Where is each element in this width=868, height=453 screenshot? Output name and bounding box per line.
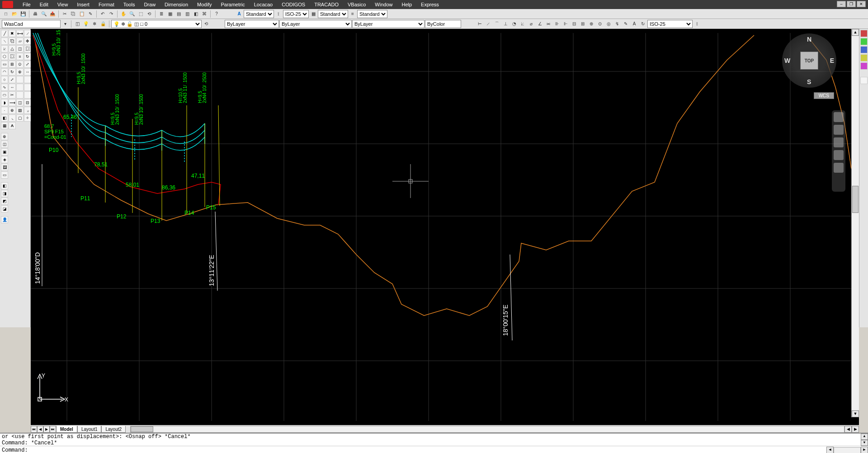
dim-radius-icon[interactable]: ◔ [510,20,518,28]
drawing-canvas[interactable]: X Y P10 P11 P12 P13 P14 P15 58,01 86,36 … [31,29,859,425]
menu-tools[interactable]: Tools [119,0,140,9]
polyline-icon[interactable]: ⟋ [24,30,31,37]
restore-button[interactable]: ❐ [847,1,856,7]
menu-insert[interactable]: Insert [72,0,94,9]
dim-break-icon[interactable]: ⊞ [579,20,587,28]
dim-continue-icon[interactable]: ⊩ [561,20,570,28]
nav-pan-icon[interactable] [834,125,844,135]
layer-state-select[interactable]: 💡 ❄ 🔓 ◫ □ 0 [111,20,202,28]
navigation-bar[interactable] [832,110,845,192]
tb11[interactable] [16,91,24,99]
menu-file[interactable]: File [18,0,35,9]
tab-next-button[interactable]: ▶ [43,426,50,433]
tabs-scroll-thumb[interactable] [131,426,153,432]
rotate2-icon[interactable]: ↻ [24,53,31,60]
ellipse-arc-icon[interactable]: ◗ [1,99,8,106]
compass-n[interactable]: N [807,36,811,43]
tab-prev-button[interactable]: ◀ [37,426,43,433]
layer-merge-icon[interactable]: ◩ [1,198,8,205]
tab-layout2[interactable]: Layout2 [101,426,126,433]
tb12[interactable] [24,91,31,99]
open-icon[interactable]: 📂 [10,10,19,18]
minimize-button[interactable]: – [837,1,846,7]
tb7[interactable] [16,76,24,83]
zoom-icon[interactable]: 🔍 [128,10,136,18]
spline-icon[interactable]: ∿ [1,84,8,91]
text-style-select[interactable]: Standard [244,10,274,18]
layer-iso-icon[interactable]: ◧ [1,182,8,189]
vertical-scrollbar[interactable]: ▲ ▼ [851,29,859,417]
calc-icon[interactable]: ⌘ [200,10,208,18]
polygon-icon[interactable]: ⬡ [1,53,8,60]
dim-update-icon[interactable]: ↻ [639,20,647,28]
zoom-prev-icon[interactable]: ⟲ [145,10,153,18]
center-mark-icon[interactable]: ⊙ [596,20,604,28]
layer-freeze-icon[interactable]: ❄ [90,20,99,28]
inspect-icon[interactable]: ◎ [604,20,613,28]
menu-view[interactable]: View [53,0,73,9]
array-icon[interactable]: ⊞ [9,61,16,68]
make-block-icon[interactable]: ◫ [1,141,8,148]
tb8[interactable] [24,76,31,83]
dim-style-icon[interactable]: ⟟ [274,10,283,18]
block-icon[interactable]: ◫ [16,99,24,106]
rotate-icon[interactable]: ↻ [9,68,16,76]
extend-icon[interactable]: ⟶ [9,99,16,106]
chamfer-icon[interactable]: ⟓ [24,107,31,114]
wblock-icon[interactable]: ▣ [1,148,8,156]
markup-icon[interactable]: ◧ [192,10,200,18]
tolerance-icon[interactable]: ⊕ [587,20,595,28]
palette6-icon[interactable] [860,77,868,84]
cmd-input-track[interactable] [834,447,861,453]
palette4-icon[interactable] [860,54,868,61]
trim-icon[interactable]: ✂ [9,91,16,99]
scale2-icon[interactable]: ⤢ [24,61,31,68]
menu-parametric[interactable]: Parametric [216,0,249,9]
zoom-window-icon[interactable]: ⬚ [137,10,145,18]
compass-w[interactable]: W [784,57,790,64]
dist-icon[interactable]: ⟷ [16,30,24,37]
paste-icon[interactable]: 📋 [78,10,86,18]
dim-jog-icon[interactable]: ⟀ [519,20,527,28]
cut-icon[interactable]: ✂ [61,10,69,18]
redo-icon[interactable]: ↷ [107,10,115,18]
arc-icon[interactable]: ◠ [1,68,8,76]
sheet-set-icon[interactable]: ▥ [183,10,191,18]
rect-icon[interactable]: ▭ [1,61,8,68]
layer-off-icon[interactable]: 💡 [82,20,90,28]
dim-aligned-icon[interactable]: ⟋ [484,20,492,28]
app-icon[interactable] [2,1,13,8]
linetype-select[interactable]: ByLayer [279,20,352,28]
palette1-icon[interactable] [860,30,868,37]
menu-codigos[interactable]: CODIGOS [277,0,310,9]
design-center-icon[interactable]: ▦ [166,10,174,18]
explode-icon[interactable]: ✧ [24,114,31,122]
menu-draw[interactable]: Draw [139,0,160,9]
region-icon[interactable]: ◫ [16,45,24,52]
user-icon[interactable]: 👤 [1,216,8,223]
dim-baseline-icon[interactable]: ⊪ [553,20,561,28]
insert-block-icon[interactable]: ⊕ [1,133,8,140]
dim-override-icon[interactable]: ⟟ [693,20,701,28]
region2-icon[interactable]: ▢ [16,114,24,122]
wcs-button[interactable]: WCS [814,92,834,99]
scroll-up-button[interactable]: ▲ [852,29,859,36]
dim-quick-icon[interactable]: ⫘ [544,20,552,28]
fillet-icon[interactable]: ◟ [9,114,16,122]
layer-name-field[interactable]: WasCad [2,20,61,28]
tab-last-button[interactable]: ⏭ [50,426,56,433]
ml-style-icon[interactable]: ≡ [349,10,357,18]
image-icon[interactable]: 🖼 [1,164,8,171]
table-style-icon[interactable]: ▦ [309,10,317,18]
layer-lock-icon[interactable]: 🔒 [99,20,107,28]
color-select[interactable]: ByLayer [225,20,279,28]
ml-style-select[interactable]: Standard [357,10,387,18]
match-icon[interactable]: ✎ [86,10,94,18]
table-style-select[interactable]: Standard [318,10,348,18]
field-icon[interactable]: ▭ [1,171,8,179]
scroll-down-button[interactable]: ▼ [852,411,859,417]
dim-diameter-icon[interactable]: ⌀ [527,20,535,28]
hatch-icon[interactable]: ▨ [16,107,24,114]
viewcube-top[interactable]: TOP [800,52,818,70]
dim-edit-icon[interactable]: ✎ [622,20,630,28]
